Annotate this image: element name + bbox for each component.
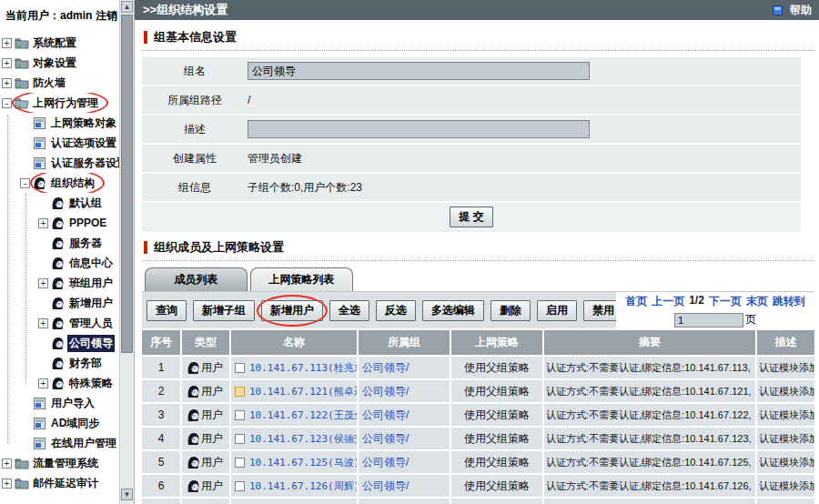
sidebar-item[interactable]: 新增用户 — [38, 293, 115, 313]
help-link[interactable]: 帮助 — [770, 3, 812, 18]
section-title-text: 组基本信息设置 — [154, 29, 237, 45]
toolbar-button-1[interactable]: 新增子组 — [193, 300, 255, 321]
collapse-icon[interactable]: - — [2, 98, 12, 108]
group-name-input[interactable] — [248, 62, 590, 80]
group-link[interactable]: 公司领导/ — [362, 431, 409, 447]
row-summary: 认证方式:不需要认证,绑定信息:10.141.67.113, — [544, 357, 755, 378]
pagination-link[interactable]: 下一页 — [709, 294, 742, 309]
pagination-link[interactable]: 跳转到 — [773, 294, 805, 309]
sidebar-scrollbar[interactable]: ▲ ▼ — [119, 0, 134, 504]
expand-icon[interactable]: + — [38, 378, 48, 388]
description-input[interactable] — [248, 120, 590, 138]
toolbar-button-3[interactable]: 全选 — [329, 300, 369, 321]
toolbar-button-5[interactable]: 多选编辑 — [422, 300, 484, 321]
toolbar-button-2[interactable]: 新增用户 — [261, 300, 323, 321]
row-summary: 认证方式:不需要认证,绑定信息:10.141.67.121, — [544, 380, 755, 402]
submit-button[interactable]: 提 交 — [450, 207, 492, 227]
row-number: 7 — [142, 499, 180, 504]
row-checkbox[interactable] — [235, 363, 245, 373]
expand-icon[interactable]: + — [38, 278, 48, 288]
logout-link[interactable]: 注销 — [96, 9, 117, 22]
sidebar-item[interactable]: +流量管理系统 — [2, 453, 100, 473]
tree-line: 默认组 — [0, 193, 134, 213]
row-checkbox[interactable] — [235, 387, 245, 397]
toolbar-button-4[interactable]: 反选 — [376, 300, 416, 321]
row-summary: 认证方式:不需要认证,绑定信息:10.141.67.125, — [544, 451, 755, 473]
expand-icon[interactable]: + — [2, 459, 12, 469]
tab-policy-list[interactable]: 上网策略列表 — [250, 267, 353, 291]
sidebar-item[interactable]: 用户导入 — [20, 393, 96, 413]
page-jump-input[interactable] — [674, 313, 743, 328]
pagination-link[interactable]: 上一页 — [652, 294, 684, 309]
tree-line: 新增用户 — [0, 293, 134, 313]
row-checkbox[interactable] — [235, 410, 245, 420]
sidebar-item[interactable]: +管理人员 — [38, 313, 115, 333]
row-policy: 使用父组策略 — [451, 451, 542, 473]
column-header: 摘要 — [544, 330, 755, 355]
member-name-link[interactable]: 10.141.67.126(周辉) — [249, 479, 357, 493]
sidebar-item[interactable]: 认证服务器设置 — [20, 153, 129, 173]
sidebar-item[interactable]: 服务器 — [38, 233, 104, 253]
toolbar-button-0[interactable]: 查询 — [147, 300, 187, 321]
row-group-cell: 公司领导/ — [359, 451, 450, 473]
group-link[interactable]: 公司领导/ — [362, 408, 409, 423]
group-link[interactable]: 公司领导/ — [362, 479, 409, 494]
row-type-cell: 用户 — [182, 475, 229, 497]
tree-line: +系统配置 — [0, 33, 134, 53]
user-icon — [50, 376, 66, 390]
sidebar-item[interactable]: +特殊策略 — [38, 373, 115, 393]
member-name-link[interactable]: 10.141.67.121(熊卓远) — [249, 385, 357, 398]
member-name-link[interactable]: 10.141.67.122(王茂全) — [249, 408, 357, 422]
page-icon — [32, 116, 47, 130]
sidebar-item[interactable]: +班组用户 — [38, 273, 115, 293]
group-link[interactable]: 公司领导/ — [362, 455, 409, 470]
pagination-link[interactable]: 首页 — [625, 294, 647, 309]
expand-icon[interactable]: + — [2, 78, 12, 88]
row-group-cell: 公司领导/ — [359, 357, 450, 378]
sidebar-item[interactable]: 认证选项设置 — [20, 133, 118, 153]
row-desc: 认证模块添加 — [757, 451, 814, 473]
type-label: 用户 — [201, 479, 223, 494]
sidebar-item[interactable]: +PPPOE — [38, 213, 108, 233]
sidebar-item[interactable]: 信息中心 — [38, 253, 115, 273]
group-link[interactable]: 公司领导/ — [362, 384, 409, 399]
sidebar-item[interactable]: 在线用户管理 — [20, 433, 118, 453]
expand-icon[interactable]: + — [38, 318, 48, 328]
expand-icon[interactable]: + — [2, 38, 12, 48]
user-icon — [50, 196, 66, 210]
row-checkbox[interactable] — [235, 458, 245, 468]
sidebar-item[interactable]: 上网策略对象 — [20, 113, 118, 133]
user-icon — [50, 256, 66, 270]
expand-icon[interactable]: + — [2, 58, 12, 68]
sidebar-item[interactable]: +防火墙 — [2, 73, 67, 93]
expand-icon[interactable]: + — [38, 218, 48, 228]
row-summary: 认证方式:不需要认证,绑定信息:10.141.67.126, — [544, 475, 755, 497]
scroll-up-icon[interactable]: ▲ — [121, 1, 133, 13]
sidebar-item[interactable]: 公司领导 — [38, 333, 115, 353]
toolbar-button-6[interactable]: 删除 — [490, 300, 531, 321]
tab-member-list[interactable]: 成员列表 — [145, 267, 248, 291]
sidebar-item[interactable]: -上网行为管理 — [2, 93, 100, 113]
sidebar-item[interactable]: +邮件延迟审计 — [2, 473, 100, 493]
sidebar-item[interactable]: -组织结构 — [20, 173, 96, 193]
sidebar-item[interactable]: +对象设置 — [2, 53, 78, 73]
sidebar-item[interactable]: +系统配置 — [2, 33, 78, 53]
group-link[interactable]: 公司领导/ — [362, 360, 409, 376]
scroll-down-icon[interactable]: ▼ — [121, 489, 133, 500]
toolbar-button-7[interactable]: 启用 — [537, 300, 577, 321]
sidebar-item[interactable]: 默认组 — [38, 193, 104, 213]
row-checkbox[interactable] — [235, 434, 245, 444]
member-name-link[interactable]: 10.141.67.125(马波) — [249, 456, 357, 469]
member-name-link[interactable]: 10.141.67.113(桂兆东) — [249, 361, 357, 375]
sidebar-item[interactable]: 财务部 — [38, 353, 104, 373]
row-summary: 认证方式:不需要认证,绑定信息:10.141.67.127, — [544, 499, 755, 504]
scrollbar-thumb[interactable] — [121, 15, 133, 353]
column-header: 所属组 — [359, 330, 450, 355]
pagination-link[interactable]: 末页 — [746, 294, 768, 309]
app-window: 当前用户：admin注销 +系统配置+对象设置+防火墙-上网行为管理上网策略对象… — [0, 0, 819, 504]
expand-icon[interactable]: + — [2, 479, 12, 489]
member-name-link[interactable]: 10.141.67.123(侯德安) — [249, 432, 357, 446]
row-checkbox[interactable] — [235, 481, 245, 491]
sidebar-item[interactable]: AD域同步 — [20, 413, 101, 433]
collapse-icon[interactable]: - — [20, 178, 30, 188]
